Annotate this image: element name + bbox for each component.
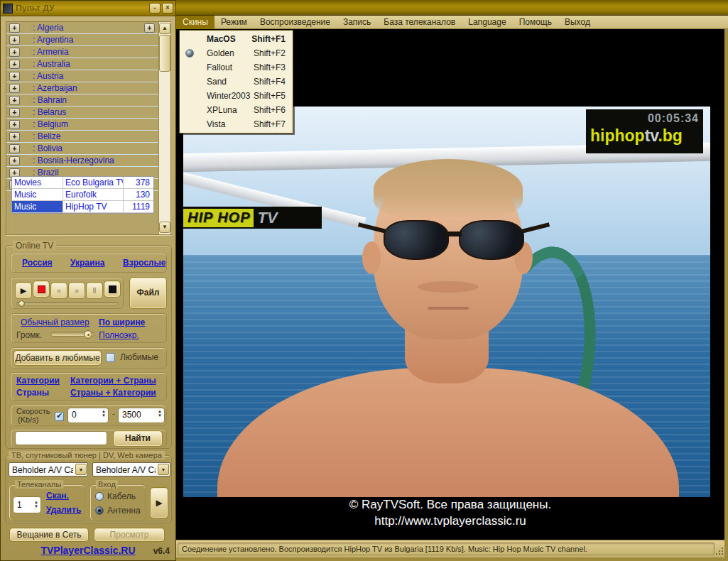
menu-exit[interactable]: Выход [558, 16, 597, 29]
country-row[interactable]: +: Belgium [6, 119, 170, 131]
scroll-down-icon[interactable]: ▼ [159, 222, 170, 233]
spinner-arrows-icon[interactable]: ▲▼ [158, 409, 162, 418]
cell-bitrate[interactable]: 1119 [124, 201, 152, 212]
speed-max-spinner[interactable]: 3500 ▲▼ [118, 408, 165, 423]
close-button[interactable]: × [162, 3, 173, 13]
expand-icon[interactable]: + [9, 84, 20, 93]
country-link[interactable]: : Azerbaijan [33, 83, 77, 93]
pause-button[interactable]: ‖ [86, 282, 103, 299]
table-row[interactable]: Music Eurofolk 130 [12, 189, 153, 201]
country-link[interactable]: : Belize [33, 131, 60, 141]
favorites-checkbox[interactable] [106, 353, 115, 362]
volume-slider[interactable] [50, 332, 94, 337]
next-button[interactable]: » [68, 282, 85, 299]
russia-link[interactable]: Россия [22, 258, 53, 268]
country-row[interactable]: +: Bosnia-Herzegovina [6, 155, 170, 167]
country-link[interactable]: : Bolivia [33, 143, 63, 153]
channel-number-spinner[interactable]: 1 ▲▼ [13, 496, 41, 513]
stop-button[interactable] [104, 280, 121, 298]
adult-link[interactable]: Взрослые [123, 258, 165, 268]
expand-icon[interactable]: + [9, 108, 20, 117]
country-link[interactable]: : Australia [33, 59, 70, 69]
expand-icon[interactable]: + [9, 156, 20, 165]
country-row[interactable]: +: Belize [6, 131, 170, 143]
minimize-button[interactable]: - [149, 3, 161, 13]
main-titlebar[interactable] [176, 0, 728, 16]
cell-channel[interactable]: HipHop TV [63, 201, 124, 212]
broadcast-button[interactable]: Вещание в Сеть [9, 528, 89, 542]
country-row[interactable]: +: Belarus [6, 107, 170, 119]
categories-countries-link[interactable]: Категории + Страны [70, 376, 156, 386]
country-row[interactable]: +: Argentina [6, 34, 170, 46]
country-link[interactable]: : Bosnia-Herzegovina [33, 156, 114, 165]
chevron-down-icon[interactable]: ▼ [158, 464, 169, 475]
country-row[interactable]: +: Azerbaijan [6, 82, 170, 94]
scroll-up-icon[interactable]: ▲ [159, 23, 170, 34]
search-input[interactable] [15, 431, 107, 445]
prev-button[interactable]: « [50, 282, 67, 299]
menu-language[interactable]: Language [462, 16, 512, 29]
play-button[interactable]: ▶ [15, 282, 32, 299]
menu-skins[interactable]: Скины [176, 16, 214, 29]
preview-button[interactable]: Просмотр [94, 528, 165, 542]
normal-size-link[interactable]: Обычный размер [21, 317, 89, 327]
delete-link[interactable]: Удалить [46, 505, 81, 515]
expand-icon[interactable]: + [9, 23, 20, 33]
site-link[interactable]: TVPlayerClassic.RU [40, 545, 135, 556]
record-stop-button[interactable] [33, 280, 50, 298]
cell-channel[interactable]: Eco Bulgaria TV [63, 177, 124, 188]
capture-play-button[interactable]: ▶ [150, 487, 168, 518]
expand-icon[interactable]: + [9, 36, 20, 45]
country-link[interactable]: : Argentina [33, 35, 73, 45]
menu-mode[interactable]: Режим [214, 16, 254, 29]
table-row[interactable]: Movies Eco Bulgaria TV 378 [12, 177, 153, 189]
speed-checkbox[interactable] [55, 412, 64, 421]
spinner-arrows-icon[interactable]: ▲▼ [102, 409, 106, 418]
country-link[interactable]: : Armenia [33, 47, 69, 57]
cell-channel[interactable]: Eurofolk [63, 189, 124, 200]
menu-record[interactable]: Запись [337, 16, 377, 29]
menu-help[interactable]: Помощь [513, 16, 558, 29]
cell-category-selected[interactable]: Music [12, 201, 63, 212]
menu-item-golden-selected[interactable]: Golden Shift+F2 [180, 46, 293, 60]
country-link[interactable]: : Austria [33, 71, 63, 81]
seek-thumb[interactable] [18, 300, 25, 307]
cell-bitrate[interactable]: 378 [124, 177, 152, 188]
menu-item-vista[interactable]: Vista Shift+F7 [180, 117, 293, 131]
expand-icon[interactable]: + [9, 48, 20, 57]
menu-channel-db[interactable]: База телеканалов [377, 16, 462, 29]
cell-category[interactable]: Music [12, 189, 63, 200]
find-button[interactable]: Найти [113, 430, 163, 447]
chevron-down-icon[interactable]: ▼ [75, 464, 87, 475]
menu-item-winter2003[interactable]: Winter2003 Shift+F5 [180, 89, 293, 103]
country-row[interactable]: +: Australia [6, 58, 170, 70]
categories-link[interactable]: Категории [16, 376, 60, 386]
menu-item-fallout[interactable]: Fallout Shift+F3 [180, 60, 293, 75]
file-button[interactable]: Файл [129, 277, 167, 309]
expand-all-button[interactable]: + [144, 23, 155, 33]
fullscreen-link[interactable]: Полноэкр. [99, 330, 139, 340]
country-row[interactable]: +: Bahrain [6, 94, 170, 107]
menu-playback[interactable]: Воспроизведение [254, 16, 337, 29]
menu-item-sand[interactable]: Sand Shift+F4 [180, 75, 293, 89]
countries-categories-link[interactable]: Страны + Категории [70, 388, 156, 398]
cell-category[interactable]: Movies [12, 177, 63, 188]
country-link[interactable]: : Belgium [33, 119, 68, 129]
country-row[interactable]: +: Bolivia [6, 143, 170, 155]
country-link[interactable]: : Belarus [33, 107, 66, 117]
seek-slider[interactable] [16, 302, 119, 305]
expand-icon[interactable]: + [9, 96, 20, 105]
ukraine-link[interactable]: Украина [70, 258, 104, 268]
countries-link[interactable]: Страны [16, 388, 49, 398]
spinner-arrows-icon[interactable]: ▲▼ [34, 500, 38, 508]
add-favorites-button[interactable]: Добавить в любимые [13, 350, 102, 366]
cable-radio[interactable] [95, 492, 104, 501]
video-device-select[interactable]: Beholder A/V Cap ▼ [9, 462, 88, 476]
expand-icon[interactable]: + [9, 60, 20, 69]
by-width-link[interactable]: По ширине [99, 317, 145, 327]
volume-thumb[interactable] [84, 330, 92, 339]
scan-link[interactable]: Скан. [46, 491, 69, 501]
country-link[interactable]: : Algeria [33, 23, 63, 33]
country-row[interactable]: + : Algeria + [6, 22, 170, 34]
menu-item-macos[interactable]: MacOS Shift+F1 [180, 32, 293, 46]
